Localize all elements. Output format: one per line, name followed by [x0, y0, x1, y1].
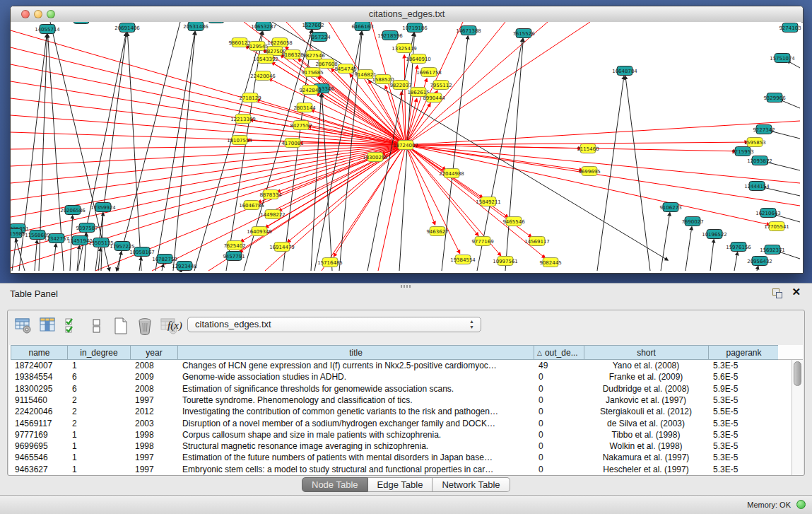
- network-selector-dropdown[interactable]: citations_edges.txt ▲▼: [187, 317, 481, 332]
- graph-node[interactable]: 20956432: [747, 257, 772, 266]
- graph-node[interactable]: 9777169: [471, 237, 493, 246]
- column-header-pagerank[interactable]: pagerank: [709, 345, 779, 360]
- graph-node[interactable]: 20691406: [114, 23, 140, 33]
- new-table-icon[interactable]: [111, 316, 131, 336]
- graph-node[interactable]: 8186328: [281, 50, 303, 59]
- window-titlebar[interactable]: citations_edges.txt: [11, 6, 803, 23]
- table-row[interactable]: 1830029562008Estimation of significance …: [9, 383, 792, 395]
- graph-node[interactable]: 7615526: [512, 29, 535, 38]
- table-row[interactable]: 2242004622012Investigating the contribut…: [9, 406, 792, 417]
- graph-node[interactable]: 9215953: [731, 147, 753, 156]
- graph-node[interactable]: 14671388: [456, 26, 481, 35]
- column-header-in_degree[interactable]: in_degree: [68, 345, 131, 360]
- graph-node[interactable]: 9227342: [753, 125, 775, 134]
- graph-node[interactable]: 9822037: [389, 81, 411, 90]
- graph-node[interactable]: 8427552: [290, 121, 312, 130]
- tab-edge-table[interactable]: Edge Table: [368, 477, 433, 492]
- graph-node[interactable]: 19384554: [450, 255, 476, 264]
- table-row[interactable]: 1456911722003Disruption of a novel membe…: [9, 418, 792, 429]
- graph-node[interactable]: 10719186: [402, 23, 428, 33]
- column-header-year[interactable]: year: [131, 345, 178, 360]
- table-row[interactable]: 946554611997Estimation of the future num…: [9, 452, 792, 463]
- graph-node[interactable]: 22420046: [250, 71, 276, 81]
- table-row[interactable]: 977716911998Corpus callosum shape and si…: [9, 429, 792, 440]
- graph-node[interactable]: 8454749: [334, 64, 356, 74]
- graph-node[interactable]: 9699695: [578, 167, 600, 176]
- graph-node[interactable]: 20206586: [60, 206, 86, 215]
- table-row[interactable]: 946362711997Embryonic stem cells: a mode…: [9, 464, 792, 475]
- graph-node[interactable]: 19218596: [377, 31, 403, 40]
- close-panel-icon[interactable]: ✕: [792, 286, 801, 298]
- graph-node[interactable]: 18914774: [204, 22, 229, 23]
- graph-node[interactable]: 16914479: [269, 243, 295, 252]
- graph-node[interactable]: 12923448: [172, 262, 197, 271]
- minimize-window-button[interactable]: [34, 10, 42, 18]
- cell-out_de: 0: [536, 452, 582, 463]
- graph-node[interactable]: 9463627: [426, 227, 448, 236]
- float-panel-icon[interactable]: [772, 288, 782, 298]
- graph-node[interactable]: 4170081: [281, 139, 303, 148]
- graph-node[interactable]: 15751074: [770, 54, 795, 63]
- graph-node[interactable]: 15716485: [317, 258, 343, 267]
- graph-node[interactable]: 14055714: [35, 25, 60, 34]
- graph-node[interactable]: 20531486: [183, 22, 208, 31]
- network-canvas[interactable]: 1405571420691406205314861065328715276026…: [11, 22, 801, 272]
- graph-node[interactable]: 7955112: [430, 81, 452, 90]
- table-row[interactable]: 1872400712008Changes of HCN gene express…: [9, 360, 792, 371]
- graph-node[interactable]: 16648784: [612, 66, 637, 76]
- graph-node[interactable]: 9274103: [779, 23, 801, 33]
- tab-network-table[interactable]: Network Table: [433, 477, 510, 492]
- graph-node[interactable]: 17359924: [90, 203, 116, 212]
- graph-node[interactable]: 7625402: [223, 241, 245, 250]
- panel-splitter-handle[interactable]: [401, 285, 411, 288]
- graph-node[interactable]: 7957224: [308, 33, 331, 42]
- graph-node[interactable]: 10196522: [702, 230, 727, 239]
- column-header-name[interactable]: name: [11, 345, 68, 360]
- graph-node[interactable]: 16409348: [247, 227, 272, 236]
- function-builder-icon[interactable]: f(x): [165, 319, 186, 339]
- graph-node[interactable]: 2718129: [239, 93, 261, 103]
- graph-node[interactable]: 18226058: [267, 38, 293, 47]
- select-attributes-icon[interactable]: [63, 316, 83, 336]
- graph-node[interactable]: 12444154: [744, 182, 770, 191]
- zoom-window-button[interactable]: [47, 10, 55, 18]
- graph-node[interactable]: 9115460: [577, 144, 599, 153]
- memory-status-indicator[interactable]: [796, 500, 806, 509]
- graph-node[interactable]: 1527602: [302, 22, 324, 30]
- graph-node[interactable]: 17705541: [764, 222, 789, 231]
- graph-node[interactable]: 9457791: [223, 252, 245, 261]
- scrollbar-thumb[interactable]: [794, 361, 801, 386]
- graph-node[interactable]: 9397587: [76, 223, 98, 233]
- tab-node-table[interactable]: Node Table: [302, 477, 368, 492]
- graph-node[interactable]: 9106273: [659, 203, 681, 212]
- graph-node[interactable]: 6466163: [351, 22, 373, 31]
- table-settings-icon[interactable]: [13, 316, 33, 336]
- graph-node[interactable]: 7690027: [681, 217, 703, 226]
- graph-node[interactable]: 16210643: [755, 209, 781, 218]
- graph-node[interactable]: 10997561: [493, 257, 518, 266]
- graph-node[interactable]: 9242848: [299, 86, 321, 95]
- cell-in_degree: 1: [69, 441, 128, 452]
- graph-node[interactable]: 9175685: [301, 68, 323, 77]
- graph-node[interactable]: 15976156: [726, 243, 751, 252]
- row-height-icon[interactable]: [87, 316, 107, 336]
- table-row[interactable]: 1938455462009Genome-wide association stu…: [9, 371, 792, 382]
- graph-node[interactable]: 9082445: [539, 258, 561, 267]
- table-row[interactable]: 911546021997Tourette syndrome. Phenomeno…: [9, 395, 792, 406]
- table-vertical-scrollbar[interactable]: [792, 360, 803, 475]
- graph-node[interactable]: 10653287: [251, 22, 276, 31]
- graph-node[interactable]: 16782759: [152, 255, 177, 264]
- graph-node[interactable]: 12213389: [230, 115, 256, 124]
- column-header-out_de[interactable]: △out_de...: [534, 345, 584, 360]
- graph-node[interactable]: 1595853: [743, 138, 765, 147]
- graph-node[interactable]: 8990444: [423, 93, 445, 103]
- graph-node[interactable]: 12093872: [747, 156, 772, 165]
- close-window-button[interactable]: [21, 10, 30, 18]
- table-row[interactable]: 969969511998Structural magnetic resonanc…: [9, 440, 792, 452]
- column-header-short[interactable]: short: [584, 345, 709, 360]
- graph-node[interactable]: 9465546: [502, 217, 525, 226]
- delete-table-icon[interactable]: [135, 316, 155, 336]
- graph-node[interactable]: 9634508: [70, 22, 92, 24]
- column-header-title[interactable]: title: [178, 345, 534, 360]
- select-columns-icon[interactable]: [38, 316, 58, 336]
